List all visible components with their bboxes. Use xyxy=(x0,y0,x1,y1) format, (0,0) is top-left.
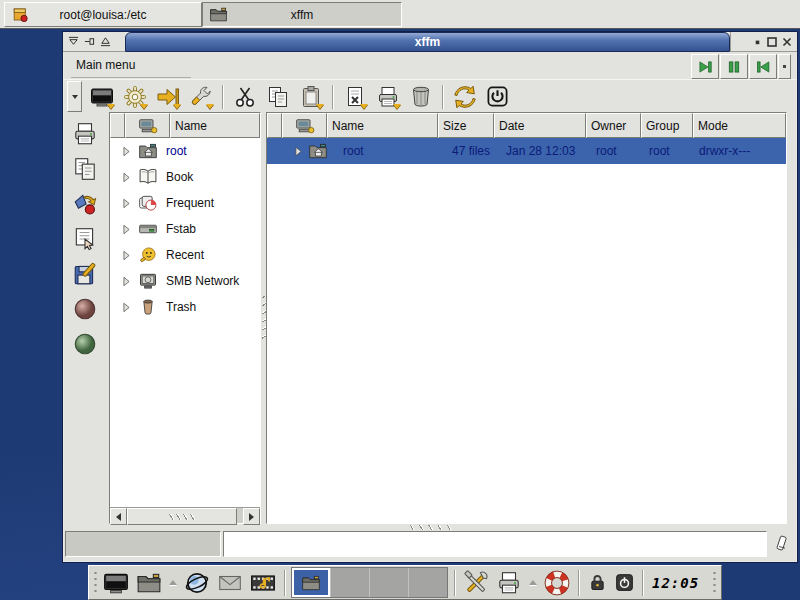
print-button[interactable] xyxy=(371,82,404,111)
task-button-xffm[interactable]: xffm xyxy=(202,2,402,27)
side-duplicate-button[interactable] xyxy=(70,155,100,183)
maximize-icon[interactable] xyxy=(767,37,777,47)
tree-rows: root Book Frequent Fstab xyxy=(110,138,260,507)
settings-button[interactable] xyxy=(118,82,151,111)
expander-icon[interactable] xyxy=(120,145,133,158)
quit-button[interactable] xyxy=(481,82,514,111)
workspace-1[interactable] xyxy=(292,568,331,597)
location-entry[interactable] xyxy=(223,531,767,557)
side-sphere-red-button[interactable] xyxy=(70,295,100,323)
smb-network-icon xyxy=(138,271,158,291)
column-owner[interactable]: Owner xyxy=(586,113,641,138)
tools-button[interactable] xyxy=(184,82,217,111)
toolbar-collapse-button[interactable] xyxy=(67,81,82,112)
launcher-help[interactable] xyxy=(542,569,572,597)
clock[interactable]: 12:05 xyxy=(649,575,702,591)
tree-item-frequent[interactable]: Frequent xyxy=(110,190,260,216)
tree-item-book[interactable]: Book xyxy=(110,164,260,190)
titlebar[interactable]: xffm xyxy=(63,32,797,52)
launcher-file-manager[interactable] xyxy=(134,569,164,597)
launcher-print[interactable] xyxy=(494,569,524,597)
expander-icon[interactable] xyxy=(120,197,133,210)
fstab-icon xyxy=(138,219,158,239)
column-mode[interactable]: Mode xyxy=(693,113,786,138)
file-manager-folder-icon xyxy=(136,570,162,596)
tree-item-recent[interactable]: Recent xyxy=(110,242,260,268)
clear-entry-button[interactable] xyxy=(769,534,795,554)
panel-handle[interactable] xyxy=(712,570,717,596)
side-save-button[interactable] xyxy=(70,260,100,288)
expander-icon[interactable] xyxy=(120,223,133,236)
shade-icon[interactable] xyxy=(100,36,111,47)
expander-icon[interactable] xyxy=(120,275,133,288)
tree-item-smb-network[interactable]: SMB Network xyxy=(110,268,260,294)
file-header-grip[interactable] xyxy=(267,113,282,138)
tree-item-root[interactable]: root xyxy=(110,138,260,164)
paste-button[interactable] xyxy=(294,82,327,111)
launcher-settings-tools[interactable] xyxy=(461,569,491,597)
menu-main[interactable]: Main menu xyxy=(76,58,135,75)
launcher-popup-right[interactable] xyxy=(527,580,539,585)
logout-button[interactable] xyxy=(612,569,636,597)
close-icon[interactable] xyxy=(782,37,792,47)
tree-header-grip[interactable] xyxy=(110,113,125,138)
file-header-icon-column[interactable] xyxy=(282,113,327,138)
recent-smiley-icon xyxy=(138,245,158,265)
cut-button[interactable] xyxy=(228,82,261,111)
sync-record-icon xyxy=(72,191,98,217)
goto-button[interactable] xyxy=(151,82,184,111)
nav-buttons xyxy=(690,54,791,79)
refresh-button[interactable] xyxy=(448,82,481,111)
stick-pin-icon[interactable] xyxy=(84,36,95,47)
pause-icon xyxy=(725,59,743,75)
nav-back-button[interactable] xyxy=(749,54,777,79)
window-menu-icon[interactable] xyxy=(68,36,79,47)
side-sync-button[interactable] xyxy=(70,190,100,218)
scroll-left-button[interactable] xyxy=(110,508,127,525)
workspace-2[interactable] xyxy=(331,568,370,597)
side-select-button[interactable] xyxy=(70,225,100,253)
expander-icon[interactable] xyxy=(120,171,133,184)
workspace-3[interactable] xyxy=(370,568,409,597)
trash-button[interactable] xyxy=(404,82,437,111)
nav-forward-button[interactable] xyxy=(691,54,719,79)
launcher-web-browser[interactable] xyxy=(182,569,212,597)
nav-pause-button[interactable] xyxy=(720,54,748,79)
open-terminal-button[interactable] xyxy=(85,82,118,111)
tree-header-name[interactable]: Name xyxy=(170,113,260,138)
properties-button[interactable] xyxy=(338,82,371,111)
panel-handle[interactable] xyxy=(93,570,98,596)
statusbar xyxy=(65,530,795,558)
side-sphere-green-button[interactable] xyxy=(70,330,100,358)
tree-item-fstab[interactable]: Fstab xyxy=(110,216,260,242)
column-group[interactable]: Group xyxy=(641,113,693,138)
mail-icon xyxy=(217,570,243,596)
scrollbar-thumb[interactable] xyxy=(127,508,237,525)
tree-item-trash[interactable]: Trash xyxy=(110,294,260,320)
print-icon xyxy=(72,121,98,147)
launcher-mail[interactable] xyxy=(215,569,245,597)
lock-screen-button[interactable] xyxy=(585,569,609,597)
cell-group: root xyxy=(645,144,695,158)
tree-header-icon-column[interactable] xyxy=(125,113,170,138)
launcher-terminal[interactable] xyxy=(101,569,131,597)
task-button-terminal[interactable]: root@louisa:/etc xyxy=(4,2,202,27)
scroll-right-button[interactable] xyxy=(243,508,260,525)
column-name[interactable]: Name xyxy=(327,113,438,138)
workspace-4[interactable] xyxy=(409,568,447,597)
cell-name[interactable]: root xyxy=(339,144,448,158)
file-row-root[interactable]: root 47 files Jan 28 12:03 root root drw… xyxy=(267,138,786,164)
expander-icon[interactable] xyxy=(292,145,305,158)
tree-horizontal-scrollbar[interactable] xyxy=(110,507,260,523)
nav-more-button[interactable] xyxy=(778,54,791,79)
side-print-button[interactable] xyxy=(70,120,100,148)
launcher-popup-left[interactable] xyxy=(167,580,179,585)
iconify-icon[interactable] xyxy=(753,37,762,46)
copy-button[interactable] xyxy=(261,82,294,111)
column-date[interactable]: Date xyxy=(494,113,586,138)
expander-icon[interactable] xyxy=(120,301,133,314)
window-title[interactable]: xffm xyxy=(125,32,730,52)
launcher-media[interactable] xyxy=(248,569,278,597)
expander-icon[interactable] xyxy=(120,249,133,262)
column-size[interactable]: Size xyxy=(438,113,494,138)
